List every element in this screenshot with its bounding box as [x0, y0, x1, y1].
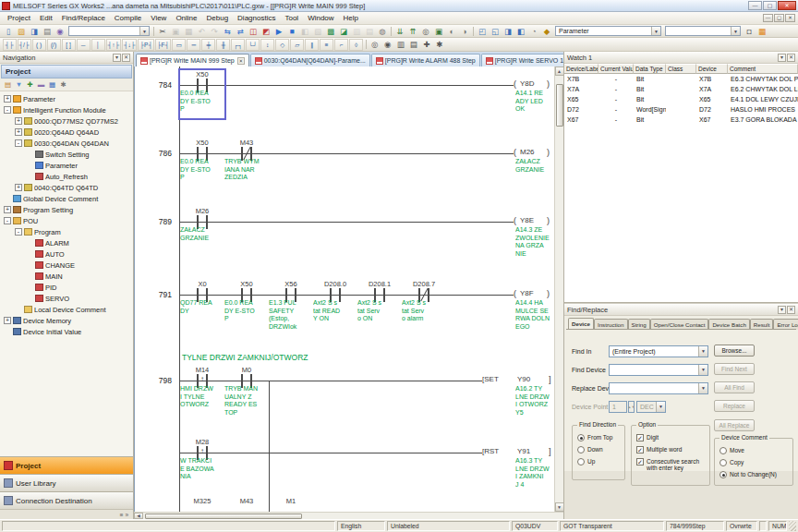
ladder-view-button-0[interactable]: ◎ — [369, 39, 381, 50]
print-icon[interactable]: ▤ — [42, 26, 54, 37]
find-in-combo[interactable]: (Entire Project)▼ — [609, 345, 708, 357]
tree-item-device-initial-value[interactable]: Device Initial Value — [0, 326, 133, 337]
mdi-restore-icon[interactable]: ▢ — [774, 14, 784, 22]
tree-item-0020-q64ad-q64ad[interactable]: +0020:Q64AD Q64AD — [0, 127, 133, 138]
ladder-symbol-button-21[interactable]: ≡ — [320, 39, 333, 51]
ladder-view-button-3[interactable]: ▤ — [407, 39, 419, 50]
ladder-output-Y90[interactable]: Y90 — [517, 375, 530, 383]
ladder-symbol-button-16[interactable]: └┘ — [246, 39, 260, 51]
ladder-symbol-button-11[interactable]: ▭ — [172, 39, 186, 51]
tree-item-0000-qd77ms2-qd77ms2[interactable]: +0000:QD77MS2 QD77MS2 — [0, 115, 133, 127]
watch-column-header[interactable]: Device — [696, 64, 728, 74]
sampling-trace-icon[interactable]: ▧ — [312, 26, 324, 37]
ladder-symbol-button-3[interactable]: (/) — [47, 39, 61, 51]
tree-item-change[interactable]: CHANGE — [0, 260, 133, 271]
replace-device-combo[interactable]: ▼ — [609, 382, 708, 394]
ladder-contact-M14[interactable]: M14 — [179, 366, 225, 374]
checkbox-consecutive-search-with-enter-key[interactable]: ✓Consecutive search with enter key — [636, 458, 707, 471]
pin-icon[interactable]: ▾ — [778, 306, 786, 314]
monitor-write-mode-icon[interactable]: ◩ — [260, 26, 272, 37]
ladder-contact-D208.7[interactable]: D208.7 — [401, 280, 447, 288]
ladder-symbol-button-1[interactable]: ┤/├ — [18, 39, 31, 51]
options-icon[interactable]: ◍ — [377, 26, 389, 37]
ladder-contact-M43[interactable]: M43 — [224, 139, 270, 147]
tree-item-auto-refresh[interactable]: Auto_Refresh — [0, 171, 133, 182]
undo-icon[interactable]: ↶ — [196, 26, 208, 37]
tree-item-pid[interactable]: PID — [0, 282, 133, 293]
chevron-down-icon[interactable]: ▼ — [698, 365, 707, 375]
ladder-view-button-2[interactable]: ▥ — [394, 39, 406, 50]
radio-move[interactable]: Move — [719, 447, 744, 454]
ladder-view-button-5[interactable]: ✱ — [433, 39, 445, 50]
close-icon[interactable]: ✕ — [122, 54, 130, 62]
scroll-left-icon[interactable]: ◀ — [134, 513, 143, 519]
ladder-contact-M43[interactable]: M43 — [224, 497, 270, 505]
view-button-connection-destination[interactable]: Connection Destination — [0, 491, 133, 509]
ladder-contact-D208.0[interactable]: D208.0 — [312, 280, 358, 288]
statement-icon[interactable]: ◐ — [446, 26, 458, 37]
ladder-view-button-1[interactable]: ◉ — [381, 39, 393, 50]
view-button-user-library[interactable]: User Library — [0, 474, 133, 491]
find-next-button[interactable]: Find Next — [714, 363, 755, 375]
close-button[interactable]: ✕ — [778, 1, 796, 10]
tree-expander-icon[interactable]: + — [4, 95, 11, 103]
ladder-symbol-button-15[interactable]: ┌┐ — [231, 39, 245, 51]
radio-icon[interactable] — [719, 447, 727, 454]
ladder-view-button-4[interactable]: ✚ — [420, 39, 432, 50]
ladder-symbol-button-19[interactable]: ▱ — [290, 39, 304, 51]
horizontal-scroll-thumb[interactable] — [145, 514, 302, 519]
radio-icon[interactable] — [577, 446, 585, 453]
ladder-coil-Y8F[interactable]: Y8F — [520, 289, 534, 297]
watch-row[interactable]: X65-BitX65E4.1 DOL LEWY CZUJNIK OBEC — [564, 94, 798, 104]
ladder-symbol-button-6[interactable]: │ — [91, 39, 105, 51]
ladder-symbol-button-7[interactable]: ┤↑├ — [106, 39, 121, 51]
tree-expander-icon[interactable]: - — [15, 228, 22, 236]
ladder-contact-M325[interactable]: M325 — [179, 497, 225, 505]
tree-item-parameter[interactable]: Parameter — [0, 160, 133, 171]
zoom-icon[interactable]: ◔ — [528, 26, 540, 37]
watch-column-header[interactable]: Device/Label — [564, 64, 598, 74]
comment-display-icon[interactable]: ◆ — [541, 26, 553, 37]
tree-expander-icon[interactable]: + — [4, 206, 11, 213]
ladder-symbol-button-22[interactable]: ⌐ — [334, 39, 348, 51]
view-button-project[interactable]: Project — [0, 456, 133, 474]
ladder-coil-M26[interactable]: M26 — [520, 148, 535, 156]
document-tab[interactable]: [PRG]R Write MAIN 999 Step✕ — [136, 54, 249, 66]
tree-expander-icon[interactable]: - — [4, 106, 11, 114]
maximize-button[interactable]: ▢ — [763, 1, 777, 10]
tree-expander-icon[interactable]: + — [4, 317, 11, 324]
menu-view[interactable]: View — [146, 13, 171, 23]
document-tab[interactable]: [PRG]R Write SERVO 1134 Step — [481, 54, 563, 66]
build-icon[interactable]: ▩ — [325, 26, 337, 37]
device-point-spinner[interactable]: ▲▼ — [628, 401, 635, 413]
quick-access-combo[interactable]: ▼ — [68, 26, 150, 36]
ladder-coil-Y8D[interactable]: Y8D — [520, 79, 535, 88]
tree-item-program-setting[interactable]: +Program Setting — [0, 204, 133, 215]
copy-icon[interactable]: ▣ — [170, 26, 182, 37]
rebuild-all-icon[interactable]: ◪ — [338, 26, 350, 37]
ladder-contact-X50[interactable]: X50 — [224, 280, 270, 288]
ladder-contact-M0[interactable]: M0 — [224, 366, 270, 374]
radio-icon[interactable] — [719, 459, 727, 466]
vertical-scroll-thumb[interactable] — [556, 84, 563, 127]
ladder-edit-icon[interactable]: ▦ — [756, 26, 768, 37]
ladder-symbol-button-17[interactable]: ↕ — [260, 39, 274, 51]
read-from-plc-icon[interactable]: ⇄ — [235, 26, 247, 37]
nav-collapse-icon[interactable]: ▬ — [36, 79, 46, 90]
chevron-down-icon[interactable]: ▼ — [698, 346, 707, 357]
ladder-symbol-button-10[interactable]: ├F┤ — [155, 39, 171, 51]
new-project-icon[interactable]: ▯ — [3, 26, 15, 37]
radio-down[interactable]: Down — [577, 446, 603, 453]
nav-new-icon[interactable]: ▤ — [3, 79, 13, 90]
chevron-down-icon[interactable]: ▼ — [731, 27, 740, 35]
chevron-down-icon[interactable]: ▼ — [656, 402, 665, 412]
tree-expander-icon[interactable]: + — [15, 117, 22, 125]
watch-row[interactable]: D72-Word[Sign...D72HASLO HMI PROCES — [564, 104, 798, 115]
tree-item-alarm[interactable]: ALARM — [0, 237, 133, 248]
tree-item-intelligent-function-module[interactable]: -Intelligent Function Module — [0, 104, 133, 115]
device-comment-icon[interactable]: ▣ — [433, 26, 445, 37]
ladder-symbol-button-13[interactable]: ╪ — [201, 39, 215, 51]
nav-add-icon[interactable]: ✚ — [25, 79, 35, 90]
ladder-symbol-button-8[interactable]: ┤↓├ — [122, 39, 137, 51]
checkbox-multiple-word[interactable]: ✓Multiple word — [636, 446, 707, 453]
